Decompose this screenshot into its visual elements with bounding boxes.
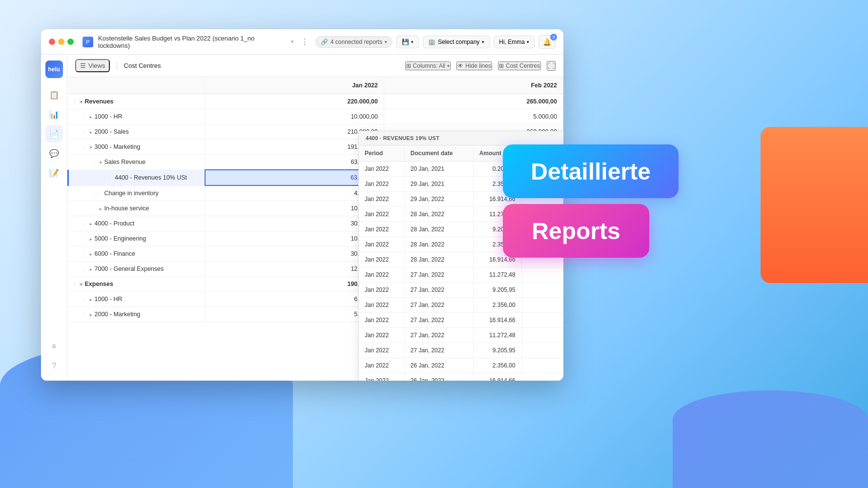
maximize-button[interactable]	[67, 39, 74, 45]
cost-centres-label: Cost Centres	[124, 62, 161, 69]
row-label-cell: ⋮⋮▸7000 - General Expenses	[68, 262, 205, 277]
row-feb-value: 265.000,00	[384, 94, 563, 109]
row-label-cell: ⋮⋮▸2000 - Marketing	[68, 307, 205, 322]
collapse-icon[interactable]: ▾	[88, 145, 95, 150]
detail-cell-code: 3000	[521, 343, 563, 358]
detail-table-row: Jan 202227 Jan, 20222.356,003000	[359, 298, 563, 313]
sidebar-item-documents[interactable]: 📄	[45, 125, 63, 142]
row-label: Revenues	[85, 98, 114, 105]
drag-handle-icon[interactable]: ⋮⋮	[82, 251, 88, 257]
sidebar-item-notes[interactable]: 📝	[45, 164, 63, 182]
drag-handle-icon[interactable]: ⋮⋮	[72, 99, 78, 104]
toolbar: ☰ Views | Cost Centres ⊞ Columns: All ▾ …	[67, 55, 563, 77]
expand-icon[interactable]: ▸	[88, 312, 95, 317]
row-label-cell: ⋮⋮▸1000 - HR	[68, 109, 205, 124]
save-button[interactable]: 💾 ▾	[396, 36, 419, 48]
drag-handle-icon[interactable]: ⋮⋮	[82, 221, 88, 226]
sidebar-item-help[interactable]: ?	[45, 357, 63, 375]
detail-cell-period: Jan 2022	[359, 177, 404, 192]
drag-handle-icon[interactable]: ⋮⋮	[82, 266, 88, 272]
drag-handle-icon[interactable]: ⋮⋮	[82, 236, 88, 242]
row-jan-value: 190.000,00	[205, 277, 384, 292]
sidebar-item-charts[interactable]: 📊	[45, 105, 63, 123]
views-button[interactable]: ☰ Views	[75, 59, 110, 72]
row-jan-value: 4.250,00	[205, 185, 384, 201]
detaillierte-badge: Detaillierte	[503, 144, 679, 198]
expand-icon[interactable]: ▸	[98, 206, 104, 211]
detail-table-row: Jan 202226 Jan, 20222.356,003000	[359, 358, 563, 373]
detail-cell-period: Jan 2022	[359, 252, 404, 267]
collapse-icon[interactable]: ▾	[78, 282, 85, 287]
detail-cell-amount: 9.205,95	[473, 343, 521, 358]
row-label-cell: ⋮⋮▸1000 - HR	[68, 292, 205, 307]
sidebar-item-messages[interactable]: 💬	[45, 144, 63, 162]
expand-icon[interactable]: ▸	[88, 297, 95, 302]
fullscreen-button[interactable]: ⛶	[547, 61, 556, 71]
detail-cell-doc_date: 28 Jan, 2022	[404, 237, 473, 252]
helu-logo[interactable]: helu	[45, 61, 63, 78]
row-label: Sales Revenue	[104, 159, 146, 165]
chevron-down-icon: ▾	[527, 40, 529, 44]
more-options-icon[interactable]: ⋮	[299, 37, 310, 46]
expand-icon[interactable]: ▸	[88, 222, 95, 226]
detail-cell-period: Jan 2022	[359, 313, 404, 328]
drag-handle-icon[interactable]: ⋮⋮	[72, 282, 78, 287]
sidebar-item-reports[interactable]: 📋	[45, 86, 63, 103]
row-jan-value: 63.750,00	[205, 170, 384, 185]
expand-icon[interactable]: ▸	[88, 115, 95, 120]
row-jan-value: 191.000,00	[205, 140, 384, 155]
expand-icon[interactable]: ▸	[88, 130, 95, 135]
notifications-button[interactable]: 🔔 3	[538, 35, 556, 49]
detail-cell-code: 3000	[521, 313, 563, 328]
drag-handle-icon[interactable]: ⋮⋮	[82, 312, 88, 317]
user-button[interactable]: Hi, Emma ▾	[494, 36, 535, 48]
row-label-cell: ⋮⋮▸6000 - Finance	[68, 246, 205, 262]
close-button[interactable]	[49, 39, 55, 45]
detail-cell-period: Jan 2022	[359, 373, 404, 381]
expand-icon[interactable]: ▸	[88, 237, 95, 242]
row-jan-value: 12.000,00	[205, 262, 384, 277]
row-feb-value: 5.000,00	[384, 109, 563, 124]
row-jan-value: 63.750,00	[205, 155, 384, 170]
row-label-cell: ⋮⋮Change in inventory	[68, 185, 205, 201]
hide-lines-button[interactable]: 👁 Hide lines	[456, 61, 492, 70]
sidebar-item-list[interactable]: ≡	[45, 338, 63, 355]
cost-centres-filter-button[interactable]: ⊞ Cost Centres	[498, 61, 541, 70]
detail-cell-doc_date: 27 Jan, 2022	[404, 283, 473, 298]
drag-handle-icon[interactable]: ⋮⋮	[82, 144, 88, 150]
row-label-cell: ⋮⋮▸5000 - Engineering	[68, 231, 205, 246]
select-company-button[interactable]: 🏢 Select company ▾	[423, 36, 490, 48]
detail-cell-doc_date: 20 Jan, 2021	[404, 162, 473, 177]
drag-handle-icon[interactable]: ⋮⋮	[92, 160, 98, 165]
detail-cell-code: 3000	[521, 283, 563, 298]
drag-handle-icon[interactable]: ⋮⋮	[102, 175, 108, 181]
row-label-cell: ⋮⋮4400 - Revenues 10% USt	[68, 170, 205, 185]
row-label: 4000 - Product	[95, 220, 135, 227]
columns-button[interactable]: ⊞ Columns: All ▾	[405, 61, 451, 70]
report-type-icon: P	[83, 37, 93, 47]
minimize-button[interactable]	[58, 39, 64, 45]
toolbar-right: ⊞ Columns: All ▾ 👁 Hide lines ⊞ Cost Cen…	[405, 61, 556, 71]
detail-table-row: Jan 202227 Jan, 202211.272,483000	[359, 267, 563, 283]
row-label: 4400 - Revenues 10% USt	[115, 174, 187, 181]
row-jan-value: 220.000,00	[205, 94, 384, 109]
drag-handle-icon[interactable]: ⋮⋮	[82, 114, 88, 120]
row-label: 1000 - HR	[95, 113, 123, 120]
drag-handle-icon[interactable]: ⋮⋮	[82, 129, 88, 135]
detail-table-row: Jan 202227 Jan, 202216.914,663000	[359, 313, 563, 328]
detail-cell-amount: 11.272,48	[473, 267, 521, 283]
chevron-down-icon: ▾	[482, 40, 484, 44]
collapse-icon[interactable]: ▾	[98, 160, 104, 165]
expand-icon[interactable]: ▸	[88, 267, 95, 272]
mac-window: P Kostenstelle Sales Budget vs Plan 2022…	[41, 29, 563, 381]
drag-handle-icon[interactable]: ⋮⋮	[82, 297, 88, 302]
detail-cell-doc_date: 27 Jan, 2022	[404, 343, 473, 358]
drag-handle-icon[interactable]: ⋮⋮	[92, 206, 98, 211]
connected-reports-button[interactable]: 🔗 4 connected reports ▾	[315, 36, 393, 48]
drag-handle-icon[interactable]: ⋮⋮	[92, 191, 98, 196]
detail-cell-doc_date: 27 Jan, 2022	[404, 267, 473, 283]
collapse-icon[interactable]: ▾	[78, 100, 85, 104]
chevron-down-icon: ▾	[411, 40, 413, 44]
row-label-cell: ⋮⋮▸4000 - Product	[68, 216, 205, 231]
expand-icon[interactable]: ▸	[88, 252, 95, 257]
